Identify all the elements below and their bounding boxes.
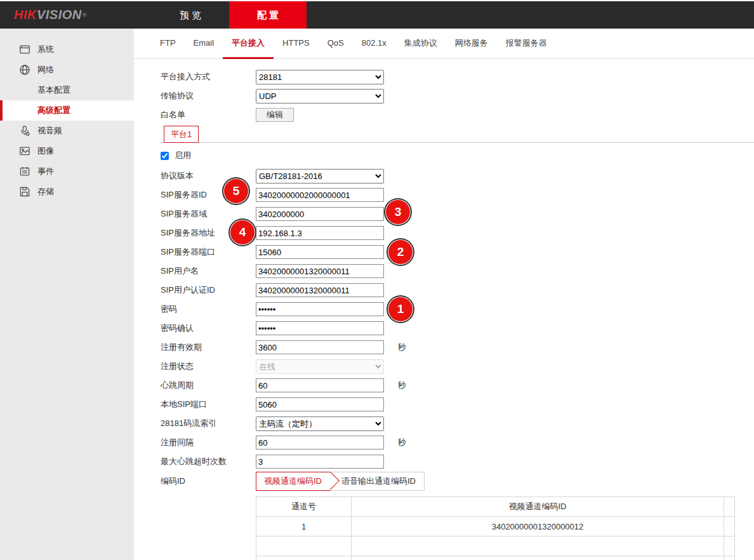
password-input[interactable] [256, 302, 384, 316]
protocol-version-select[interactable]: GB/T28181-2016 [256, 169, 384, 183]
hikvision-logo: HIKVISION® [0, 1, 134, 29]
channel-number-cell: 1 [256, 517, 352, 537]
transport-label: 传输协议 [161, 90, 256, 102]
table-row[interactable] [256, 537, 735, 556]
enable-row: 启用 [161, 150, 754, 161]
top-bar: HIKVISION® 预 览 配 置 [0, 1, 754, 29]
local-sip-port-input[interactable] [256, 397, 384, 411]
register-validity-input[interactable] [256, 340, 384, 354]
logo-registered-mark: ® [83, 12, 87, 18]
max-heartbeat-timeout-input[interactable] [256, 455, 384, 469]
password-confirm-label: 密码确认 [161, 323, 256, 334]
nav-configuration[interactable]: 配 置 [229, 1, 307, 29]
tab-qos[interactable]: QoS [319, 29, 353, 59]
whitelist-edit-button[interactable]: 编辑 [256, 108, 294, 122]
sidebar-item-system[interactable]: 系统 [0, 39, 134, 60]
row-spacer-cell [724, 556, 735, 560]
access-mode-select[interactable]: 28181 [256, 70, 384, 84]
form-row-sip-server-address: SIP服务器地址 4 [161, 223, 754, 243]
platform-tab-strip: 平台1 [161, 126, 754, 143]
form-row-access-mode: 平台接入方式 28181 [161, 67, 754, 86]
table-row[interactable] [256, 556, 735, 560]
sidebar-item-advanced-config[interactable]: 高级配置 [0, 100, 134, 121]
video-channel-encode-id-header: 视频通道编码ID [352, 497, 724, 517]
tab-network-service[interactable]: 网络服务 [446, 29, 497, 59]
password-confirm-input[interactable] [256, 321, 384, 335]
form-row-register-validity: 注册有效期 秒 [161, 338, 754, 357]
table-header-spacer [724, 497, 735, 517]
form-row-whitelist: 白名单 编辑 [161, 105, 754, 124]
calendar-icon [19, 166, 30, 177]
form-row-register-status: 注册状态 在线 [161, 357, 754, 376]
encoding-id-row: 编码ID 视频通道编码ID 语音输出通道编码ID [161, 472, 754, 490]
access-mode-label: 平台接入方式 [161, 71, 256, 83]
sidebar-item-label: 基本配置 [37, 84, 70, 96]
sidebar-item-storage[interactable]: 存储 [0, 182, 134, 202]
register-interval-input[interactable] [256, 436, 384, 450]
sip-auth-id-input[interactable] [256, 283, 384, 297]
tab-https[interactable]: HTTPS [274, 29, 319, 59]
form-row-stream-index: 28181码流索引 主码流（定时） [161, 414, 754, 433]
table-header-row: 通道号 视频通道编码ID [256, 497, 735, 517]
seconds-unit-label: 秒 [398, 437, 406, 448]
encode-id-cell [352, 537, 724, 556]
sidebar-item-label: 系统 [37, 44, 54, 55]
whitelist-label: 白名单 [161, 109, 256, 121]
sip-server-port-input[interactable] [256, 245, 384, 259]
channel-number-cell [256, 537, 352, 556]
tab-8021x[interactable]: 802.1x [353, 29, 395, 59]
top-navigation: 预 览 配 置 [152, 1, 307, 29]
tab-integration-protocol[interactable]: 集成协议 [395, 29, 446, 59]
encode-id-cell [352, 556, 724, 560]
tab-platform-access[interactable]: 平台接入 [223, 29, 274, 59]
sidebar-item-event[interactable]: 事件 [0, 161, 134, 182]
audio-output-channel-encode-id-tab[interactable]: 语音输出通道编码ID [328, 472, 425, 491]
form-row-protocol-version: 协议版本 GB/T28181-2016 [161, 166, 754, 185]
sidebar-item-label: 网络 [37, 64, 54, 76]
nav-preview[interactable]: 预 览 [152, 1, 229, 29]
sip-server-domain-input[interactable] [256, 207, 384, 221]
logo-text-hik: HIK [14, 8, 37, 22]
sidebar-item-label: 高级配置 [37, 105, 70, 116]
seconds-unit-label: 秒 [398, 342, 406, 353]
register-status-select: 在线 [256, 359, 384, 374]
form-row-sip-server-port: SIP服务器端口 2 [161, 243, 754, 262]
microphone-icon [19, 125, 30, 137]
heartbeat-interval-input[interactable] [256, 378, 384, 392]
tab-ftp[interactable]: FTP [151, 29, 185, 59]
password-label: 密码 [161, 303, 256, 315]
annotation-circle-2: 2 [388, 240, 413, 264]
form-row-local-sip-port: 本地SIP端口 [161, 395, 754, 414]
max-heartbeat-timeout-label: 最大心跳超时次数 [161, 456, 256, 467]
sip-username-input[interactable] [256, 264, 384, 278]
encode-id-cell: 34020000001320000012 [352, 517, 724, 537]
seconds-unit-label: 秒 [398, 380, 406, 391]
annotation-circle-3: 3 [386, 200, 410, 224]
encoding-id-tabs: 视频通道编码ID 语音输出通道编码ID [256, 472, 425, 491]
sip-auth-id-label: SIP用户认证ID [161, 284, 256, 296]
enable-checkbox[interactable] [161, 152, 169, 160]
video-channel-encode-id-tab[interactable]: 视频通道编码ID [256, 472, 331, 491]
table-row[interactable]: 1 34020000001320000012 [256, 517, 735, 537]
sidebar-item-image[interactable]: 图像 [0, 141, 134, 161]
form-row-heartbeat-interval: 心跳周期 秒 [161, 376, 754, 395]
tab-alarm-server[interactable]: 报警服务器 [497, 29, 556, 59]
form-row-password-confirm: 密码确认 [161, 319, 754, 338]
sidebar-item-label: 视音频 [37, 125, 62, 137]
transport-protocol-select[interactable]: UDP [256, 89, 384, 103]
annotation-circle-4: 4 [230, 220, 255, 244]
sip-server-domain-label: SIP服务器域 [161, 208, 256, 220]
sidebar-item-label: 事件 [37, 166, 54, 177]
register-interval-label: 注册间隔 [161, 437, 256, 448]
row-spacer-cell [724, 537, 735, 556]
tab-email[interactable]: Email [185, 29, 223, 59]
sip-server-address-input[interactable] [256, 226, 384, 240]
platform1-tab[interactable]: 平台1 [164, 126, 199, 143]
register-validity-label: 注册有效期 [161, 342, 256, 353]
sidebar-item-basic-config[interactable]: 基本配置 [0, 80, 134, 100]
stream-index-select[interactable]: 主码流（定时） [256, 417, 384, 431]
sidebar-item-video-audio[interactable]: 视音频 [0, 121, 134, 141]
sidebar-item-network[interactable]: 网络 [0, 60, 134, 80]
sip-username-label: SIP用户名 [161, 265, 256, 277]
sip-server-id-input[interactable] [256, 188, 384, 202]
